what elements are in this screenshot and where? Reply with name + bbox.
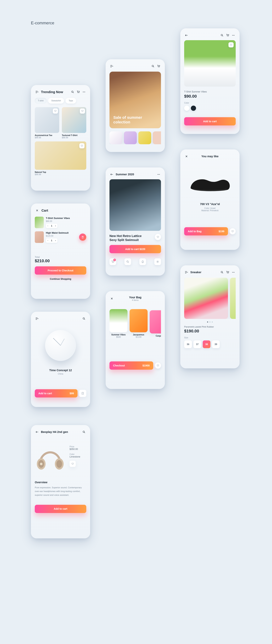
thumb[interactable] [153,132,161,144]
search-icon[interactable] [82,316,86,321]
cart-icon[interactable] [156,64,161,68]
more-icon[interactable] [156,172,161,177]
screen-bag: Your Bag 4 items Summer Vibes $500 Jacqu… [106,291,165,389]
add-to-cart-button[interactable]: Add to cart $220 [110,245,161,253]
heart-icon[interactable] [53,108,58,114]
delete-button[interactable] [79,234,86,241]
heart-button[interactable] [70,461,76,467]
search-icon[interactable] [70,90,75,94]
svg-point-2 [79,93,79,93]
bag-item[interactable]: Jacquemus $1100 [130,309,148,338]
item-price: $500 [110,336,128,338]
heart-icon[interactable] [228,42,234,48]
menu-icon[interactable] [35,90,40,94]
product-name: Natural Top [35,171,86,173]
qty-stepper[interactable]: −1+ [46,224,58,228]
close-icon[interactable] [35,208,40,213]
cta-label: Add to cart [38,392,52,395]
product-card[interactable]: Asymmetrical Tee $99.99 [35,107,59,139]
qty-minus[interactable]: − [46,240,50,242]
more-icon[interactable] [231,33,236,38]
more-icon[interactable] [231,270,236,274]
size-38[interactable]: 38 [203,340,210,348]
qty-plus[interactable]: + [54,225,58,227]
dot[interactable] [207,322,208,322]
continue-shopping-link[interactable]: Continue Shopping [35,278,86,280]
heart-button[interactable] [155,234,161,240]
heart-icon[interactable] [80,108,85,114]
back-icon[interactable] [184,33,189,38]
back-icon[interactable] [35,430,40,434]
svg-point-10 [40,463,42,465]
size-36[interactable]: 36 [184,340,192,348]
dot[interactable] [212,322,213,322]
bag-title: Your Bag [129,296,142,299]
swatch-white[interactable] [184,106,189,111]
more-icon[interactable] [82,90,86,94]
menu-icon[interactable] [110,64,114,68]
chip-sweatshirt[interactable]: Sweatshirt [48,98,64,104]
item-thumb[interactable] [35,231,44,243]
nav-notifications[interactable] [139,258,146,265]
cart-item: High Waist Swimsuit $120.00 −1+ [35,231,86,243]
item-thumb[interactable] [35,217,44,228]
qty-plus[interactable]: + [54,240,58,242]
cart-icon[interactable] [226,33,230,38]
bag-item[interactable]: Summer Vibes $500 [110,309,128,338]
svg-point-17 [158,174,159,175]
size-39[interactable]: 39 [212,340,220,348]
sneaker-title: Sneaker [190,270,202,274]
cart-icon[interactable] [76,90,80,94]
heart-button[interactable] [155,362,161,369]
svg-point-28 [234,35,234,36]
product-name: Textured T-Shirt [62,134,86,136]
product-name: Asymmetrical Tee [35,134,59,136]
product-image[interactable] [110,179,161,231]
product-image[interactable] [184,40,236,86]
product-card[interactable]: Natural Top $99.99 [35,142,86,176]
product-card[interactable]: Textured T-Shirt $99.99 [62,107,86,139]
bag-item[interactable]: Cargo [150,310,161,337]
nav-settings[interactable] [154,258,161,265]
heart-button[interactable] [230,228,236,234]
cart-icon[interactable] [226,270,230,274]
add-to-cart-button[interactable]: Add to cart [184,117,236,126]
thumb[interactable] [110,132,122,144]
thumb[interactable] [138,132,151,144]
search-icon[interactable] [82,430,86,434]
add-to-cart-button[interactable]: Add to cart [35,505,86,513]
size-37[interactable]: 37 [194,340,201,348]
svg-point-20 [113,262,114,263]
color-value: Limestone [70,456,86,458]
nav-cart[interactable]: 3 [110,258,116,265]
qty-minus[interactable]: − [46,225,50,227]
header: Summer 2020 [110,172,161,177]
back-icon[interactable] [110,172,114,177]
chip-tshirt[interactable]: T-shirt [35,98,46,104]
close-icon[interactable] [184,154,189,159]
add-to-bag-button[interactable]: Add to Bag $199 [184,227,228,236]
search-icon[interactable] [151,64,155,68]
checkout-button[interactable]: Proceed to Checkout [35,266,86,274]
menu-icon[interactable] [184,270,189,274]
product-carousel[interactable] [184,278,236,319]
thumb[interactable] [124,132,137,144]
swatch-black[interactable] [191,106,196,111]
add-to-cart-button[interactable]: Add to cart $99 [35,389,78,398]
close-icon[interactable] [110,296,114,301]
checkout-button[interactable]: Checkout $1900 [110,362,153,370]
nav-search[interactable] [124,258,131,265]
search-icon[interactable] [220,270,224,274]
heart-icon[interactable] [79,143,84,148]
item-name: T-Shirt Summer Vibes [46,217,86,220]
search-icon[interactable] [220,33,224,38]
item-price: $120.00 [46,235,77,237]
chip-tops[interactable]: Tops [66,98,76,104]
bookmark-button[interactable] [79,390,86,397]
dot[interactable] [210,322,210,322]
svg-point-26 [232,35,233,36]
overview-text: Pure expression. Superior sound. Contemp… [35,486,86,497]
qty-stepper[interactable]: −1+ [46,238,58,243]
menu-icon[interactable] [35,316,40,321]
hero-image[interactable]: Sale of summer colection [110,72,161,128]
